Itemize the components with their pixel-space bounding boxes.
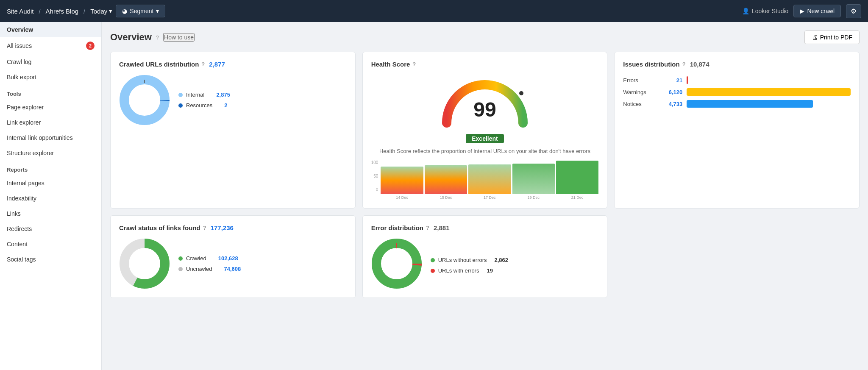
bar-17dec bbox=[468, 164, 511, 194]
sidebar: Overview All issues 2 Crawl log Bulk exp… bbox=[0, 22, 102, 370]
gear-icon: ⚙ bbox=[851, 8, 857, 15]
sidebar-item-bulk-export[interactable]: Bulk export bbox=[0, 70, 101, 85]
errors-bar bbox=[687, 76, 688, 84]
y-label-100: 100 bbox=[371, 160, 378, 165]
help-icon: ? bbox=[156, 34, 159, 41]
sidebar-item-link-explorer[interactable]: Link explorer bbox=[0, 115, 101, 130]
crawled-urls-total-link[interactable]: 2,877 bbox=[209, 61, 225, 68]
gauge-container: 99 Excellent Health Score reflects the p… bbox=[371, 72, 599, 200]
error-dist-help-icon: ? bbox=[426, 225, 429, 231]
sidebar-item-content[interactable]: Content bbox=[0, 236, 101, 252]
sidebar-item-internal-pages[interactable]: Internal pages bbox=[0, 175, 101, 191]
issues-dist-title: Issues distribution ? 10,874 bbox=[623, 61, 851, 68]
crawled-dot bbox=[178, 256, 183, 261]
sidebar-item-redirects[interactable]: Redirects bbox=[0, 221, 101, 236]
how-to-use-button[interactable]: How to use bbox=[163, 33, 195, 42]
notices-count-link[interactable]: 4,733 bbox=[661, 101, 682, 107]
resources-legend-item: Resources 2 bbox=[178, 102, 230, 108]
crawl-status-donut-section: Crawled 102,628 Uncrawled 74,608 bbox=[119, 238, 347, 289]
svg-point-7 bbox=[376, 243, 417, 284]
looker-studio-button[interactable]: 👤 Looker Studio bbox=[742, 8, 788, 14]
svg-point-3 bbox=[519, 91, 523, 95]
health-score-title: Health Score ? bbox=[371, 61, 599, 68]
today-dropdown-button[interactable]: Today ▾ bbox=[90, 7, 112, 15]
sidebar-item-links[interactable]: Links bbox=[0, 206, 101, 221]
sidebar-item-internal-link-opp[interactable]: Internal link opportunities bbox=[0, 130, 101, 145]
crawl-status-title: Crawl status of links found ? 177,236 bbox=[119, 224, 347, 231]
crawl-status-donut-chart bbox=[119, 238, 170, 289]
crawled-legend-item: Crawled 102,628 bbox=[178, 255, 241, 262]
sidebar-item-indexability[interactable]: Indexability bbox=[0, 191, 101, 206]
with-error-dot bbox=[431, 269, 435, 273]
notices-bar-fill bbox=[687, 100, 813, 108]
sidebar-item-all-issues[interactable]: All issues 2 bbox=[0, 37, 101, 54]
layout: Overview All issues 2 Crawl log Bulk exp… bbox=[0, 22, 868, 370]
crawled-urls-title: Crawled URLs distribution ? 2,877 bbox=[119, 61, 347, 68]
page-title-area: Overview ? How to use bbox=[110, 32, 195, 43]
sidebar-item-overview[interactable]: Overview bbox=[0, 22, 101, 37]
health-score-history: 100 50 0 bbox=[371, 160, 599, 200]
y-label-50: 50 bbox=[373, 174, 378, 178]
issues-rows: Errors 21 Warnings 6,120 Notices bbox=[623, 76, 851, 108]
print-to-pdf-button[interactable]: 🖨 Print to PDF bbox=[804, 31, 860, 44]
issues-total: 10,874 bbox=[690, 61, 709, 68]
bar-chart-area: 14 Dec 15 Dec 17 Dec 19 Dec 21 Dec bbox=[381, 160, 598, 200]
notices-row: Notices 4,733 bbox=[623, 100, 851, 108]
sidebar-item-social-tags[interactable]: Social tags bbox=[0, 252, 101, 267]
chevron-down-icon: ▾ bbox=[156, 8, 159, 14]
crawl-status-total-link[interactable]: 177,236 bbox=[211, 224, 234, 231]
svg-point-0 bbox=[124, 80, 165, 120]
sidebar-item-structure-explorer[interactable]: Structure explorer bbox=[0, 145, 101, 161]
page-title: Overview bbox=[110, 32, 152, 43]
no-error-dot bbox=[431, 258, 435, 262]
settings-button[interactable]: ⚙ bbox=[846, 4, 861, 18]
bar-label-14dec: 14 Dec bbox=[381, 195, 423, 200]
new-crawl-button[interactable]: ▶ New crawl bbox=[793, 5, 841, 17]
warnings-bar-bg bbox=[687, 88, 851, 96]
breadcrumb-site-audit: Site Audit bbox=[7, 8, 33, 15]
error-dist-card: Error distribution ? 2,881 bbox=[362, 215, 608, 298]
sidebar-item-crawl-log[interactable]: Crawl log bbox=[0, 54, 101, 70]
issues-dist-card: Issues distribution ? 10,874 Errors 21 W… bbox=[614, 52, 860, 209]
reports-section-label: Reports bbox=[0, 161, 101, 175]
no-error-val: 2,862 bbox=[495, 257, 509, 263]
sidebar-item-page-explorer[interactable]: Page explorer bbox=[0, 100, 101, 115]
health-score-card: Health Score ? bbox=[362, 52, 608, 209]
crawled-urls-legend: Internal 2,875 Resources 2 bbox=[178, 92, 230, 108]
main-content: Overview ? How to use 🖨 Print to PDF Cra… bbox=[102, 22, 868, 370]
crawl-status-legend: Crawled 102,628 Uncrawled 74,608 bbox=[178, 255, 241, 272]
warnings-count-link[interactable]: 6,120 bbox=[661, 89, 682, 95]
warnings-row: Warnings 6,120 bbox=[623, 88, 851, 96]
resources-val-link[interactable]: 2 bbox=[220, 102, 227, 108]
bar-label-19dec: 19 Dec bbox=[512, 195, 555, 200]
breadcrumb-sep-2: / bbox=[83, 8, 85, 15]
error-dist-legend: URLs without errors 2,862 URLs with erro… bbox=[431, 257, 508, 274]
bar-14dec bbox=[381, 167, 423, 195]
uncrawled-val-link[interactable]: 74,608 bbox=[220, 266, 241, 272]
error-dist-donut-chart bbox=[371, 238, 422, 289]
warnings-bar-fill bbox=[687, 88, 851, 96]
looker-icon: 👤 bbox=[742, 8, 749, 14]
breadcrumb-blog: Ahrefs Blog bbox=[46, 8, 79, 15]
tools-section-label: Tools bbox=[0, 85, 101, 100]
no-error-legend-item: URLs without errors 2,862 bbox=[431, 257, 508, 263]
bar-label-21dec: 21 Dec bbox=[556, 195, 598, 200]
segment-button[interactable]: ◕ Segment ▾ bbox=[116, 5, 165, 17]
breadcrumb-area: Site Audit / Ahrefs Blog / Today ▾ ◕ Seg… bbox=[7, 5, 165, 17]
errors-count-link[interactable]: 21 bbox=[661, 77, 682, 83]
errors-row: Errors 21 bbox=[623, 76, 851, 84]
bar-19dec bbox=[512, 164, 555, 194]
internal-legend-item: Internal 2,875 bbox=[178, 92, 230, 98]
error-dist-total: 2,881 bbox=[434, 224, 450, 231]
page-header: Overview ? How to use 🖨 Print to PDF bbox=[110, 31, 860, 44]
internal-val-link[interactable]: 2,875 bbox=[212, 92, 230, 98]
bar-chart-labels: 14 Dec 15 Dec 17 Dec 19 Dec 21 Dec bbox=[381, 195, 598, 200]
health-score-gauge: 99 bbox=[438, 72, 531, 131]
internal-dot bbox=[178, 93, 183, 97]
crawled-val-link[interactable]: 102,628 bbox=[214, 255, 238, 262]
crawl-status-card: Crawl status of links found ? 177,236 Cr… bbox=[110, 215, 356, 298]
health-score-badge: Excellent bbox=[466, 134, 504, 143]
with-error-val: 19 bbox=[487, 267, 492, 274]
resources-dot bbox=[178, 103, 183, 108]
bar-label-17dec: 17 Dec bbox=[468, 195, 511, 200]
